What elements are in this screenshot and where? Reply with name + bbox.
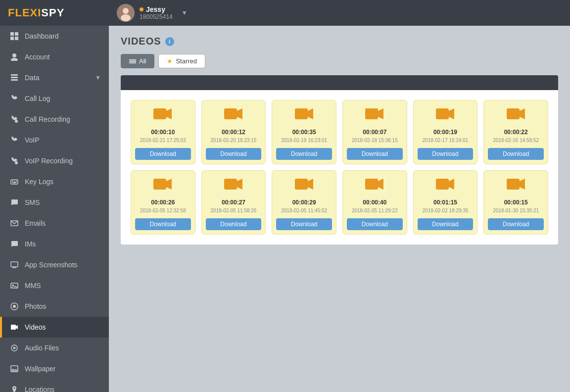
svg-rect-20 bbox=[11, 262, 18, 267]
svg-rect-43 bbox=[365, 108, 378, 119]
sidebar-label-locations: Locations bbox=[25, 386, 54, 392]
email-icon bbox=[10, 219, 19, 228]
sidebar-item-mms[interactable]: MMS bbox=[0, 275, 109, 296]
data-icon bbox=[10, 73, 19, 82]
svg-rect-55 bbox=[365, 179, 378, 190]
video-camera-icon bbox=[153, 177, 172, 195]
username-text: Jessy bbox=[146, 5, 165, 13]
sidebar-item-locations[interactable]: Locations bbox=[0, 379, 109, 392]
svg-rect-41 bbox=[295, 108, 308, 119]
im-icon bbox=[10, 240, 19, 248]
svg-rect-18 bbox=[12, 182, 16, 183]
sidebar-label-emails: Emails bbox=[25, 219, 46, 227]
sidebar-item-videos[interactable]: Videos bbox=[0, 317, 109, 338]
download-button[interactable]: Download bbox=[347, 218, 403, 230]
download-button[interactable]: Download bbox=[418, 218, 474, 230]
video-date: 2018-01-30 15:35:21 bbox=[493, 208, 539, 213]
filter-all-button[interactable]: All bbox=[121, 54, 154, 68]
download-button[interactable]: Download bbox=[276, 148, 332, 160]
video-grid-row2: 00:00:26 2018-02-05 12:32:58 Download 00… bbox=[131, 170, 548, 235]
content-area: VIDEOS i All ★ Starred bbox=[109, 26, 570, 254]
video-date: 2018-02-05 11:45:52 bbox=[281, 208, 327, 213]
video-card: 00:00:19 2018-02-17 15:24:01 Download bbox=[413, 100, 478, 164]
download-button[interactable]: Download bbox=[488, 218, 544, 230]
video-duration: 00:01:15 bbox=[433, 199, 457, 206]
user-area[interactable]: Jessy 1800525414 ▼ bbox=[109, 4, 570, 22]
video-camera-icon bbox=[365, 177, 384, 195]
sidebar-item-account[interactable]: Account bbox=[0, 47, 109, 67]
download-button[interactable]: Download bbox=[418, 148, 474, 160]
logo: FLEXISPY bbox=[8, 6, 64, 19]
sidebar-item-sms[interactable]: SMS bbox=[0, 192, 109, 213]
sidebar-label-voip-recording: VoIP Recording bbox=[25, 157, 73, 165]
video-date: 2018-02-18 15:36:15 bbox=[352, 138, 398, 143]
account-icon bbox=[10, 52, 19, 61]
phone-icon bbox=[10, 94, 19, 103]
info-icon[interactable]: i bbox=[165, 37, 174, 46]
video-grid: 00:00:10 2018-02-21 17:25:03 Download 00… bbox=[131, 100, 548, 164]
sidebar-item-emails[interactable]: Emails bbox=[0, 213, 109, 234]
video-duration: 00:00:40 bbox=[363, 199, 386, 206]
sidebar-item-app-screenshots[interactable]: App Screenshots bbox=[0, 254, 109, 275]
sidebar-item-photos[interactable]: Photos bbox=[0, 296, 109, 317]
sms-icon bbox=[10, 198, 19, 207]
svg-rect-11 bbox=[11, 79, 18, 81]
video-card: 00:00:07 2018-02-18 15:36:15 Download bbox=[342, 100, 407, 164]
sidebar-item-call-recording[interactable]: Call Recording bbox=[0, 109, 109, 130]
user-number: 1800525414 bbox=[140, 13, 173, 20]
svg-marker-46 bbox=[449, 108, 454, 119]
download-button[interactable]: Download bbox=[135, 218, 191, 230]
sidebar-label-call-log: Call Log bbox=[25, 95, 50, 102]
sidebar-item-data[interactable]: Data ▼ bbox=[0, 67, 109, 88]
sidebar-item-voip-recording[interactable]: VoIP Recording bbox=[0, 150, 109, 171]
sidebar-item-ims[interactable]: IMs bbox=[0, 234, 109, 254]
download-button[interactable]: Download bbox=[276, 218, 332, 230]
header: FLEXISPY Jessy 1800525414 ▼ bbox=[0, 0, 570, 26]
sidebar-item-voip[interactable]: VoIP bbox=[0, 130, 109, 150]
video-camera-icon bbox=[295, 177, 314, 195]
video-camera-icon bbox=[224, 177, 243, 195]
video-card: 00:00:29 2018-02-05 11:45:52 Download bbox=[272, 170, 336, 235]
svg-rect-14 bbox=[11, 180, 18, 184]
sidebar-item-key-logs[interactable]: Key Logs bbox=[0, 171, 109, 192]
video-camera-icon bbox=[224, 106, 243, 125]
svg-marker-28 bbox=[13, 346, 16, 349]
video-duration: 00:00:26 bbox=[151, 199, 175, 206]
download-button[interactable]: Download bbox=[488, 148, 544, 160]
download-button[interactable]: Download bbox=[206, 218, 262, 230]
sidebar-item-call-log[interactable]: Call Log bbox=[0, 88, 109, 109]
video-camera-icon bbox=[507, 177, 525, 195]
svg-rect-21 bbox=[12, 267, 16, 268]
sidebar-item-wallpaper[interactable]: Wallpaper bbox=[0, 358, 109, 379]
video-date: 2018-02-20 16:23:15 bbox=[211, 138, 257, 143]
video-duration: 00:00:07 bbox=[363, 129, 386, 136]
video-card: 00:00:12 2018-02-20 16:23:15 Download bbox=[201, 100, 266, 164]
svg-marker-58 bbox=[449, 179, 454, 190]
sidebar-item-audio-files[interactable]: Audio Files bbox=[0, 338, 109, 358]
svg-marker-56 bbox=[378, 179, 383, 190]
download-button[interactable]: Download bbox=[206, 148, 262, 160]
download-button[interactable]: Download bbox=[135, 148, 191, 160]
svg-marker-42 bbox=[308, 108, 313, 119]
svg-rect-4 bbox=[15, 32, 18, 36]
video-date: 2018-02-05 12:32:58 bbox=[140, 208, 186, 213]
sidebar-label-dashboard: Dashboard bbox=[25, 32, 59, 40]
video-duration: 00:00:15 bbox=[504, 199, 528, 206]
sidebar-label-app-screenshots: App Screenshots bbox=[25, 261, 78, 269]
svg-point-12 bbox=[15, 120, 18, 123]
download-button[interactable]: Download bbox=[347, 148, 403, 160]
video-card: 00:01:15 2018-02-02 18:29:35 Download bbox=[413, 170, 478, 235]
user-dropdown-chevron[interactable]: ▼ bbox=[182, 9, 188, 16]
svg-point-31 bbox=[14, 388, 15, 389]
svg-rect-57 bbox=[436, 179, 449, 190]
svg-rect-5 bbox=[10, 37, 14, 40]
video-date: 2018-02-16 14:58:52 bbox=[493, 138, 539, 143]
video-card: 00:00:26 2018-02-05 12:32:58 Download bbox=[131, 170, 195, 235]
svg-marker-52 bbox=[237, 179, 242, 190]
page-title: VIDEOS bbox=[121, 36, 161, 47]
sidebar-item-dashboard[interactable]: Dashboard bbox=[0, 26, 109, 47]
filter-starred-button[interactable]: ★ Starred bbox=[158, 54, 205, 68]
logo-flexi: FLEXI bbox=[8, 6, 41, 19]
main-content: VIDEOS i All ★ Starred bbox=[109, 26, 570, 392]
svg-marker-54 bbox=[308, 179, 313, 190]
